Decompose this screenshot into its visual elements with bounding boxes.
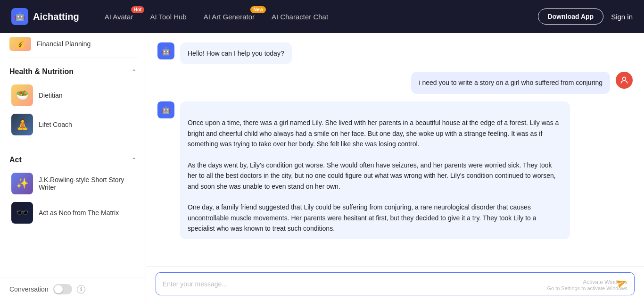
chevron-act[interactable]: ⌃	[132, 157, 136, 163]
nav-ai-art-generator[interactable]: AI Art Generator New	[203, 11, 256, 23]
send-button[interactable]	[615, 276, 629, 292]
sidebar-item-financial[interactable]: 💰 Financial Planning	[0, 33, 146, 55]
chevron-health[interactable]: ⌃	[132, 68, 136, 75]
bot-avatar-1: 🤖	[157, 42, 174, 59]
jkrowling-label: J.K.Rowling-style Short Story Writer	[39, 176, 134, 191]
divider-1	[8, 58, 138, 58]
navbar-right: Download App Sign in	[538, 8, 633, 25]
chat-input[interactable]	[163, 280, 612, 288]
main-layout: 💰 Financial Planning Health & Nutrition …	[0, 33, 644, 301]
input-container: Activate Windows Go to Settings to activ…	[156, 272, 635, 295]
chat-input-area: Activate Windows Go to Settings to activ…	[146, 266, 644, 301]
new-badge: New	[250, 6, 266, 13]
jkrowling-thumb: ✨	[11, 173, 33, 194]
hot-badge: Hot	[131, 6, 145, 13]
conversation-label: Conversation	[9, 285, 49, 293]
message-row-1: 🤖 Hello! How can I help you today?	[157, 42, 633, 64]
brand-logo[interactable]: 🤖 Aichatting	[11, 8, 79, 25]
conversation-bar: Conversation ℹ	[0, 277, 146, 301]
info-icon[interactable]: ℹ	[77, 285, 85, 293]
health-nutrition-title: Health & Nutrition	[9, 67, 74, 76]
neo-thumb: 🕶️	[11, 202, 33, 224]
user-avatar	[616, 72, 633, 89]
bot-avatar-2: 🤖	[157, 101, 174, 118]
message-row-3: 🤖 Once upon a time, there was a girl nam…	[157, 101, 633, 240]
nav-ai-tool-hub[interactable]: AI Tool Hub	[149, 11, 187, 23]
dietitian-label: Dietitian	[39, 92, 63, 99]
nav-ai-avatar[interactable]: AI Avatar Hot	[104, 11, 134, 23]
nav-ai-character-chat[interactable]: AI Character Chat	[271, 11, 329, 23]
conversation-toggle[interactable]	[53, 284, 72, 294]
life-coach-thumb: 🧘	[11, 114, 33, 135]
category-header-health: Health & Nutrition ⌃	[9, 67, 136, 76]
sidebar-item-jkrowling[interactable]: ✨ J.K.Rowling-style Short Story Writer	[9, 169, 136, 198]
divider-2	[8, 146, 138, 146]
message-row-2: i need you to write a story on a girl wh…	[157, 72, 633, 93]
user-bubble-1: i need you to write a story on a girl wh…	[411, 72, 610, 93]
signin-button[interactable]: Sign in	[611, 13, 633, 21]
download-app-button[interactable]: Download App	[538, 8, 603, 25]
life-coach-label: Lifet Coach	[39, 121, 72, 128]
chat-area: 🤖 Hello! How can I help you today? i nee…	[146, 33, 644, 301]
sidebar: 💰 Financial Planning Health & Nutrition …	[0, 33, 146, 301]
chat-messages: 🤖 Hello! How can I help you today? i nee…	[146, 33, 644, 266]
category-header-act: Act ⌃	[9, 156, 136, 164]
brand-name: Aichatting	[33, 11, 79, 22]
bot-bubble-1: Hello! How can I help you today?	[180, 42, 292, 64]
toggle-knob	[54, 285, 63, 293]
navbar: 🤖 Aichatting AI Avatar Hot AI Tool Hub A…	[0, 0, 644, 33]
dietitian-thumb: 🥗	[11, 84, 33, 106]
sidebar-item-dietitian[interactable]: 🥗 Dietitian	[9, 81, 136, 110]
sidebar-item-neo[interactable]: 🕶️ Act as Neo from The Matrix	[9, 198, 136, 227]
health-nutrition-category: Health & Nutrition ⌃ 🥗 Dietitian 🧘 Lifet…	[0, 61, 146, 143]
brand-icon: 🤖	[11, 8, 28, 25]
svg-point-0	[623, 77, 626, 81]
sidebar-item-life-coach[interactable]: 🧘 Lifet Coach	[9, 110, 136, 139]
act-category: Act ⌃ ✨ J.K.Rowling-style Short Story Wr…	[0, 149, 146, 231]
financial-thumb: 💰	[9, 37, 31, 51]
financial-label: Financial Planning	[37, 40, 91, 48]
bot-bubble-2: Once upon a time, there was a girl named…	[180, 101, 570, 240]
neo-label: Act as Neo from The Matrix	[39, 209, 119, 217]
act-title: Act	[9, 156, 22, 164]
